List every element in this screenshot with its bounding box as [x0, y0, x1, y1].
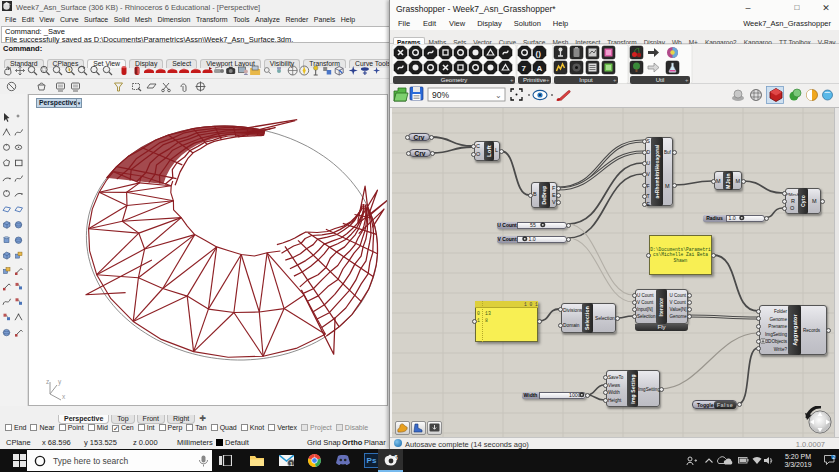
svg-text:7: 7 — [522, 64, 527, 73]
svg-text:A: A — [537, 64, 543, 73]
svg-text:2: 2 — [832, 455, 835, 460]
svg-text:Util: Util — [656, 77, 665, 83]
svg-text:(): () — [536, 49, 542, 58]
svg-text:90%: 90% — [432, 90, 449, 100]
svg-text:+: + — [685, 77, 689, 83]
svg-text:+: + — [510, 77, 514, 83]
svg-text:Primitive: Primitive — [523, 77, 547, 83]
svg-text:x: x — [62, 393, 66, 400]
svg-text:Geometry: Geometry — [441, 77, 467, 83]
svg-text:+: + — [546, 77, 550, 83]
svg-text:Input: Input — [579, 77, 593, 83]
svg-text:6: 6 — [394, 454, 398, 461]
svg-text:z: z — [46, 378, 49, 385]
svg-text:⌄: ⌄ — [495, 91, 502, 100]
svg-text:y: y — [58, 378, 62, 386]
svg-text:+: + — [613, 77, 617, 83]
